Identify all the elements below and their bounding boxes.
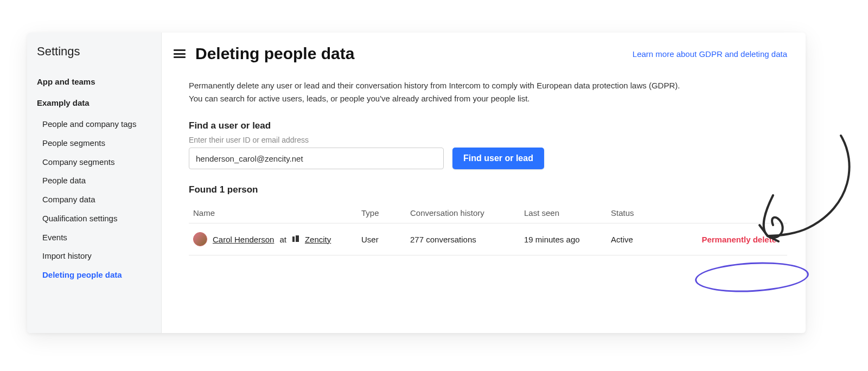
col-name: Name — [189, 203, 357, 223]
sidebar-item-company-data[interactable]: Company data — [37, 191, 154, 208]
company-link[interactable]: Zencity — [305, 235, 331, 244]
menu-icon[interactable] — [174, 49, 186, 58]
cell-status: Active — [607, 223, 655, 255]
sidebar-item-company-segments[interactable]: Company segments — [37, 154, 154, 171]
app-shell: Settings App and teams Examply data Peop… — [27, 33, 806, 333]
header-left: Deleting people data — [174, 44, 354, 63]
annotation-circle — [694, 260, 810, 295]
header-row: Deleting people data Learn more about GD… — [174, 44, 787, 63]
results-table: Name Type Conversation history Last seen… — [189, 203, 787, 255]
sidebar-item-people-segments[interactable]: People segments — [37, 135, 154, 152]
sidebar-item-import-history[interactable]: Import history — [37, 248, 154, 265]
sidebar-item-qualification-settings[interactable]: Qualification settings — [37, 210, 154, 227]
col-status: Status — [607, 203, 655, 223]
at-text: at — [279, 235, 286, 244]
sidebar-item-events[interactable]: Events — [37, 229, 154, 246]
cell-last-seen: 19 minutes ago — [520, 223, 607, 255]
search-field-label: Enter their user ID or email address — [189, 136, 787, 144]
table-row: Carol Henderson at Zencity User 277 conv… — [189, 223, 787, 255]
person-name-link[interactable]: Carol Henderson — [213, 235, 274, 244]
col-last-seen: Last seen — [520, 203, 607, 223]
col-history: Conversation history — [406, 203, 520, 223]
sidebar-item-people-company-tags[interactable]: People and company tags — [37, 116, 154, 133]
page-title: Deleting people data — [195, 44, 354, 63]
search-row: Find user or lead — [189, 148, 787, 169]
main-panel: Deleting people data Learn more about GD… — [162, 33, 806, 333]
search-input[interactable] — [189, 148, 444, 169]
learn-more-link[interactable]: Learn more about GDPR and deleting data — [633, 49, 787, 59]
description-text: Permanently delete any user or lead and … — [189, 79, 731, 105]
description-line1: Permanently delete any user or lead and … — [189, 81, 680, 90]
name-cell: Carol Henderson at Zencity — [193, 232, 353, 246]
results-title: Found 1 person — [189, 184, 787, 195]
avatar — [193, 232, 207, 246]
sidebar-item-examply-data[interactable]: Examply data — [37, 95, 154, 111]
description-line2: You can search for active users, leads, … — [189, 94, 529, 103]
sidebar: Settings App and teams Examply data Peop… — [27, 33, 162, 333]
permanently-delete-button[interactable]: Permanently delete — [701, 235, 776, 244]
search-section-title: Find a user or lead — [189, 120, 787, 131]
col-action — [655, 203, 787, 223]
cell-type: User — [357, 223, 406, 255]
find-button[interactable]: Find user or lead — [452, 148, 544, 169]
sidebar-item-people-data[interactable]: People data — [37, 172, 154, 189]
col-type: Type — [357, 203, 406, 223]
sidebar-title: Settings — [37, 44, 154, 59]
sidebar-item-deleting-people-data[interactable]: Deleting people data — [37, 267, 154, 284]
cell-history: 277 conversations — [406, 223, 520, 255]
sidebar-item-app-and-teams[interactable]: App and teams — [37, 74, 154, 89]
building-icon — [292, 235, 299, 243]
sidebar-sub-list: People and company tags People segments … — [37, 116, 154, 284]
